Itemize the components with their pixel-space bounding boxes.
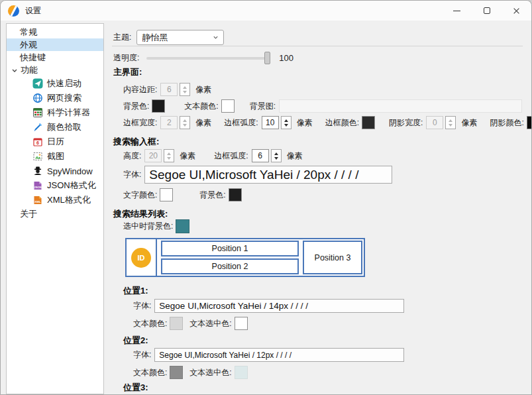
nav-item-quick-launch[interactable]: 快速启动 (7, 76, 103, 91)
main-bg-image-input[interactable] (279, 99, 522, 113)
slider-track[interactable] (146, 57, 270, 60)
content-padding-row: 内容边距: 6 像素 (123, 83, 211, 96)
position2-selected-color-swatch[interactable] (235, 366, 248, 379)
nav-item-spywindow[interactable]: SpyWindow (7, 164, 103, 178)
stepper-value[interactable]: 2 (160, 116, 178, 129)
spin-up-icon (183, 119, 187, 122)
spin-down-icon (284, 124, 288, 127)
selected-bg-swatch[interactable] (176, 219, 189, 233)
position1-font-input[interactable]: Segoe UI,Microsoft YaHei / 14px / / / / (154, 299, 404, 313)
nav-item-xml-format[interactable]: XML XML格式化 (7, 193, 103, 207)
position1-text-color-label: 文本颜色: (133, 318, 167, 329)
stepper-value[interactable]: 20 (144, 149, 162, 162)
nav-item-calendar[interactable]: 6 日历 (7, 135, 103, 149)
minimize-button[interactable] (442, 1, 472, 21)
border-color-swatch[interactable] (362, 116, 375, 129)
search-font-label: 字体: (123, 169, 141, 180)
preview-position3-cell: Position 3 (303, 241, 362, 274)
nav-item-screenshot[interactable]: 截图 (7, 149, 103, 164)
border-width-stepper[interactable]: 2 (160, 116, 190, 129)
stepper-buttons[interactable] (271, 149, 282, 162)
spin-up-icon (449, 119, 452, 122)
content-padding-label: 内容边距: (123, 84, 157, 95)
svg-text:6: 6 (36, 141, 39, 145)
stepper-value[interactable]: 10 (262, 116, 279, 129)
shadow-width-stepper[interactable]: 0 (426, 116, 456, 129)
nav-label: 颜色拾取 (47, 121, 81, 133)
main-text-color-label: 文本颜色: (184, 101, 218, 112)
nav-item-hotkeys[interactable]: 快捷键 (7, 51, 103, 64)
search-font-input[interactable]: Segoe UI,Microsoft YaHei / 20px / / / / (144, 166, 392, 184)
position2-heading: 位置2: (123, 335, 148, 347)
spin-up-icon (284, 119, 288, 122)
nav-item-about[interactable]: 关于 (7, 207, 103, 220)
slider-handle[interactable] (264, 52, 270, 64)
close-icon (513, 7, 520, 15)
nav-item-json-format[interactable]: JSON JSON格式化 (7, 178, 103, 193)
nav-label: 外观 (20, 39, 37, 51)
maximize-button[interactable] (472, 1, 502, 21)
nav-label: 快速启动 (47, 78, 81, 89)
nav-label: 快捷键 (20, 52, 46, 64)
search-height-stepper[interactable]: 20 (144, 149, 174, 162)
position2-text-color-swatch[interactable] (170, 366, 183, 379)
search-text-color-swatch[interactable] (160, 188, 173, 201)
stepper-value[interactable]: 6 (160, 83, 178, 96)
search-height-label: 高度: (123, 150, 141, 162)
spin-up-icon (167, 152, 171, 155)
theme-row: 主题: 静怡黑 (113, 30, 224, 45)
nav-label: XML格式化 (47, 194, 91, 206)
preview-id-badge: ID (131, 248, 151, 268)
stepper-value[interactable]: 0 (426, 116, 443, 129)
position2-selected-color-label: 文本选中色: (189, 367, 231, 378)
unit-label: 像素 (180, 150, 195, 162)
position1-selected-color-label: 文本选中色: (189, 318, 231, 329)
main-border-row: 边框宽度: 2 像素 边框弧度: 10 像素 边框颜色: 阴影宽度: 0 像素 … (123, 116, 532, 129)
main-bg-color-swatch[interactable] (152, 99, 165, 113)
section-divider (112, 46, 523, 46)
position2-font-row: 字体: Segoe UI,Microsoft YaHei / 12px / / … (133, 348, 404, 362)
search-size-row: 高度: 20 像素 边框弧度: 6 像素 (123, 149, 303, 162)
main-text-color-swatch[interactable] (221, 99, 235, 113)
unit-label: 像素 (195, 117, 211, 129)
theme-select[interactable]: 静怡黑 (136, 30, 224, 45)
stepper-buttons[interactable] (445, 116, 456, 129)
stepper-value[interactable]: 6 (252, 149, 269, 162)
search-radius-stepper[interactable]: 6 (252, 149, 282, 162)
close-button[interactable] (502, 1, 531, 21)
border-radius-stepper[interactable]: 10 (262, 116, 292, 129)
search-bg-color-swatch[interactable] (229, 188, 242, 201)
position1-text-color-swatch[interactable] (170, 317, 183, 330)
theme-select-value: 静怡黑 (142, 32, 168, 44)
nav-item-appearance[interactable]: 外观 (7, 38, 103, 51)
nav-item-features[interactable]: 功能 (7, 64, 103, 76)
app-logo-icon (8, 5, 19, 17)
nav-item-web-search[interactable]: 网页搜索 (7, 91, 103, 105)
preview-position1-cell: Position 1 (161, 241, 299, 256)
nav-item-color-picker[interactable]: 颜色拾取 (7, 120, 103, 135)
opacity-slider[interactable] (146, 52, 270, 64)
search-radius-label: 边框弧度: (214, 150, 248, 162)
stepper-buttons[interactable] (164, 149, 174, 162)
globe-icon (32, 93, 43, 103)
nav-label: 关于 (20, 208, 37, 220)
selected-bg-row: 选中时背景色: (123, 219, 189, 233)
nav-item-calculator[interactable]: 科学计算器 (7, 105, 103, 120)
position1-selected-color-swatch[interactable] (235, 317, 248, 330)
calendar-icon: 6 (32, 137, 43, 147)
preview-position2-cell: Position 2 (161, 258, 299, 274)
nav-label: 功能 (21, 64, 38, 76)
content-padding-stepper[interactable]: 6 (160, 83, 190, 96)
position2-font-input[interactable]: Segoe UI,Microsoft YaHei / 12px / / / / (154, 348, 404, 362)
chevron-down-icon (213, 34, 219, 40)
position2-text-color-label: 文本颜色: (133, 367, 167, 378)
spin-down-icon (449, 124, 452, 127)
shadow-color-swatch[interactable] (527, 116, 532, 129)
stepper-buttons[interactable] (180, 83, 190, 96)
nav-item-general[interactable]: 常规 (7, 26, 103, 38)
search-text-color-label: 文字颜色: (123, 190, 157, 201)
stepper-buttons[interactable] (281, 116, 292, 129)
stepper-buttons[interactable] (180, 116, 190, 129)
main-colors-row: 背景色: 文本颜色: 背景图: (123, 99, 522, 113)
spy-icon (32, 166, 43, 176)
